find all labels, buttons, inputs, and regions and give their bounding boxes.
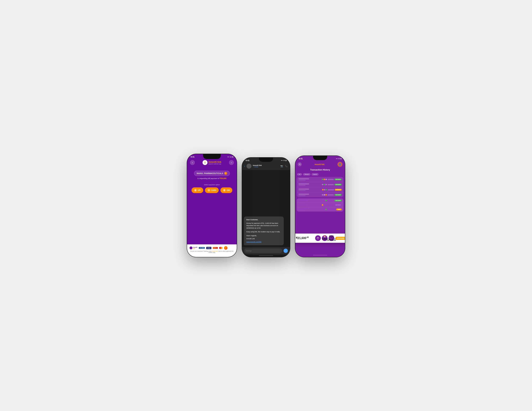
sms-chat-area: Dear Customer, Money for payment of Rs. … xyxy=(242,170,290,247)
tx-date-2 xyxy=(298,185,305,186)
forward-button[interactable]: › xyxy=(229,160,234,165)
logo-subtitle: payment collection app xyxy=(209,163,221,165)
dot-6a xyxy=(322,204,323,206)
footer-link-text[interactable]: Innoviti link xyxy=(212,251,218,252)
tx-badge-6: SUCCESS xyxy=(334,204,342,206)
contact-info: Innoviti link ✓ verified xyxy=(253,165,279,168)
p3-logo-icon: ⚑ xyxy=(298,162,302,166)
phone-call-icon[interactable]: 📞 xyxy=(285,165,288,167)
tx-left-2 xyxy=(298,183,309,186)
emi-icon: ⊞ xyxy=(223,189,226,192)
dot-4c xyxy=(325,194,327,196)
filter-row: All Recent Month xyxy=(295,173,345,177)
upi-icon: ⊕ xyxy=(194,189,197,192)
table-row: SUCCESS xyxy=(297,192,343,197)
table-row: SUCCESS xyxy=(297,182,343,187)
dot-1a xyxy=(322,179,323,180)
filter-all[interactable]: All xyxy=(297,173,302,176)
upi-button[interactable]: ⊕ UPI xyxy=(191,187,203,193)
time-1: 9:41 xyxy=(191,156,195,158)
card-label: CARD xyxy=(211,189,216,191)
secs-label: SECS xyxy=(317,238,319,239)
footer-link: link xyxy=(193,248,197,249)
logo: innoviti link payment collection app xyxy=(202,160,221,165)
video-call-icon[interactable]: 📷 xyxy=(280,165,283,167)
card-badges: 33 SECS 📅 EMI ₹15 SAVED 9999988888 xyxy=(315,235,345,241)
sms-avatar xyxy=(247,164,251,169)
p3-wifi: ⊙ xyxy=(338,158,340,159)
emi-button[interactable]: ⊞ EMI xyxy=(220,187,232,193)
tx-dots-7 xyxy=(324,209,329,210)
footer-brand-text: innoviti link xyxy=(193,247,197,249)
saved-badge: ₹15 SAVED xyxy=(329,235,334,241)
notch-1 xyxy=(203,154,221,159)
phone-payment: 9:41 ▪▪▪▪ ⊙ ▮ ‹ xyxy=(187,154,237,257)
sms-greeting: Dear Customer, xyxy=(246,219,281,221)
table-row: SUCCESS xyxy=(297,177,343,182)
tx-right-2: SUCCESS xyxy=(322,184,342,186)
tx-header: ⚑ innoviti link 👤 xyxy=(295,160,345,168)
tx-dots-1 xyxy=(322,179,327,180)
sms-signal: ▪▪▪ xyxy=(281,159,283,161)
filter-recent[interactable]: Recent xyxy=(303,173,311,176)
dot-4a xyxy=(322,194,323,196)
verified-badge: ✓ xyxy=(224,172,227,175)
transaction-card-overlay: ▶ ₹21,600.00 33 SECS 📅 EMI ₹15 SAVED 999… xyxy=(295,234,345,243)
emi-label: EMI xyxy=(322,237,327,241)
dot-3c xyxy=(326,189,327,190)
tx-right-4: SUCCESS xyxy=(322,194,342,196)
p3-battery: ▮ xyxy=(341,158,341,159)
footer-logo-icon: i xyxy=(190,246,192,249)
spacer xyxy=(187,193,237,244)
tx-dots-6 xyxy=(322,204,327,206)
back-button[interactable]: ‹ xyxy=(190,160,195,165)
payment-screen: 9:41 ▪▪▪▪ ⊙ ▮ ‹ xyxy=(187,154,237,257)
payment-amount: ₹36,669 xyxy=(220,177,227,179)
dot-4b xyxy=(324,194,325,196)
home-indicator-1 xyxy=(205,254,219,254)
tx-name-1 xyxy=(298,178,309,179)
footer-text: Do you run a business? Starting using In… xyxy=(190,251,234,253)
dot-7a xyxy=(324,209,325,210)
tx-amount-6 xyxy=(328,205,334,206)
logo-innoviti: innoviti xyxy=(209,161,217,163)
dot-5c xyxy=(325,200,327,201)
card-decimals: .00 xyxy=(306,236,309,238)
merchant-section: RAHUL PHARMACEUTICALS ✓ is requesting bi… xyxy=(187,167,237,181)
sms-back-button[interactable]: ‹ xyxy=(244,165,245,167)
p3-logo-text: innoviti link xyxy=(314,163,324,165)
pci-badge: PCI DSS xyxy=(199,247,205,249)
send-button[interactable]: ↑ xyxy=(284,249,288,253)
tx-section2: SUCCESS xyxy=(297,198,343,212)
notch-3 xyxy=(313,156,327,160)
phone-payment-inner: 9:41 ▪▪▪▪ ⊙ ▮ ‹ xyxy=(187,154,237,257)
certified-badge: ✓ xyxy=(224,246,228,250)
tx-badge-5: SUCCESS xyxy=(334,200,342,201)
sms-wifi: ⊙ xyxy=(283,159,285,161)
sms-text-input[interactable] xyxy=(244,248,282,253)
phone-sms-inner: 9:41 ▪▪▪ ⊙ ▮ ‹ Innoviti link ✓ verified xyxy=(242,157,290,257)
wifi-icon: ⊙ xyxy=(230,156,232,158)
signal-icon: ▪▪▪▪ xyxy=(227,156,229,158)
tx-amount-1 xyxy=(328,179,334,180)
time-2: 9:41 xyxy=(246,159,249,161)
dot-2a xyxy=(322,184,323,185)
tx-amount-2 xyxy=(328,184,334,185)
card-amount: ₹21,600.00 xyxy=(296,236,309,240)
svg-point-0 xyxy=(205,161,205,162)
card-button[interactable]: ▭ CARD xyxy=(205,187,219,193)
tx-right-6: SUCCESS xyxy=(322,204,342,206)
p3-avatar: 👤 xyxy=(337,162,342,167)
tx-left-6 xyxy=(298,204,307,206)
logo-link: link xyxy=(218,161,221,163)
tx-badge-1: SUCCESS xyxy=(334,178,342,180)
footer-logos: i innoviti link PCI DSS VISA RuPay xyxy=(190,246,234,250)
sms-link[interactable]: www.innoviti.com/link xyxy=(246,241,261,243)
dot-1b xyxy=(324,179,325,180)
merchant-pill: RAHUL PHARMACEUTICALS ✓ xyxy=(194,171,230,176)
view-button[interactable]: VIEW xyxy=(336,208,342,210)
filter-month[interactable]: Month xyxy=(312,173,318,176)
select-label: Select payment option xyxy=(187,184,237,186)
card-icon: ▭ xyxy=(208,189,210,192)
sms-sender: Innoviti Link xyxy=(246,238,281,240)
